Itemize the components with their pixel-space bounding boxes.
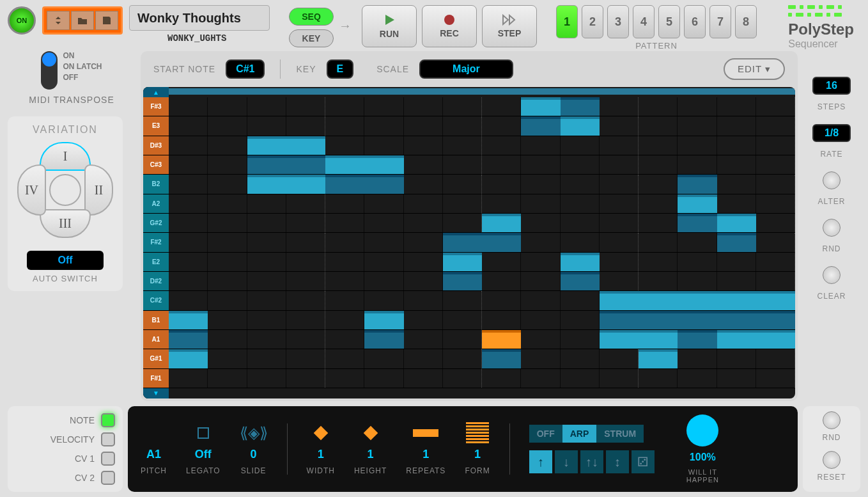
note-label-B1[interactable]: B1 (143, 311, 169, 330)
folder-icon[interactable] (71, 11, 94, 30)
grid-row[interactable] (169, 349, 795, 368)
cv2-view-led[interactable] (101, 471, 115, 485)
seq-mode-button[interactable]: SEQ (289, 8, 334, 26)
note[interactable] (717, 311, 796, 329)
pattern-4-button[interactable]: 4 (633, 5, 655, 38)
note-label-D#2[interactable]: D#2 (143, 272, 169, 291)
rate-value[interactable]: 1/8 (812, 124, 851, 142)
note[interactable] (169, 311, 208, 329)
grid-row[interactable] (169, 116, 795, 136)
scale-value[interactable]: Major (419, 59, 513, 79)
cv1-view-led[interactable] (101, 452, 115, 466)
bottom-rnd-button[interactable] (823, 411, 841, 429)
pattern-6-button[interactable]: 6 (684, 5, 706, 38)
note[interactable] (521, 97, 560, 116)
repeats-value[interactable]: 1 (422, 448, 429, 461)
note[interactable] (600, 311, 717, 329)
note-label-C#3[interactable]: C#3 (143, 155, 169, 175)
pattern-3-button[interactable]: 3 (607, 5, 629, 38)
note[interactable] (325, 175, 404, 193)
note-label-E2[interactable]: E2 (143, 253, 169, 272)
note[interactable] (482, 233, 521, 251)
note-label-G#1[interactable]: G#1 (143, 349, 169, 368)
arp-tab[interactable]: ARP (562, 425, 597, 443)
pattern-5-button[interactable]: 5 (658, 5, 680, 38)
note[interactable] (639, 349, 678, 368)
note[interactable] (364, 311, 403, 329)
note[interactable] (247, 136, 326, 155)
grid-row[interactable] (169, 194, 795, 214)
steps-value[interactable]: 16 (812, 77, 851, 95)
edit-button[interactable]: EDIT ▾ (724, 58, 785, 80)
width-value[interactable]: 1 (318, 448, 324, 461)
strum-tab[interactable]: STRUM (596, 425, 644, 443)
note[interactable] (169, 349, 208, 368)
grid-row[interactable] (169, 233, 795, 252)
note-label-C#2[interactable]: C#2 (143, 291, 169, 310)
note[interactable] (482, 214, 521, 232)
save-icon[interactable] (95, 11, 118, 30)
note[interactable] (247, 175, 326, 193)
variation-2[interactable]: II (84, 164, 113, 216)
reset-button[interactable] (823, 451, 841, 469)
height-value[interactable]: 1 (368, 448, 374, 461)
grid-row[interactable] (169, 369, 795, 388)
note[interactable] (717, 291, 796, 310)
note-label-A1[interactable]: A1 (143, 330, 169, 349)
note[interactable] (325, 155, 404, 174)
grid-row[interactable] (169, 155, 795, 175)
arp-random-button[interactable]: ⚂ (632, 450, 655, 473)
alter-button[interactable] (823, 171, 841, 189)
pattern-1-button[interactable]: 1 (556, 5, 578, 38)
rnd-button[interactable] (823, 219, 841, 237)
grid-row[interactable] (169, 97, 795, 116)
grid-row[interactable] (169, 311, 795, 330)
slide-value[interactable]: 0 (251, 448, 257, 461)
note[interactable] (482, 349, 521, 368)
variation-4[interactable]: IV (17, 164, 46, 216)
velocity-view-led[interactable] (101, 432, 115, 446)
note[interactable] (678, 175, 717, 193)
grid-row[interactable] (169, 175, 795, 194)
note[interactable] (717, 233, 756, 251)
note[interactable] (600, 330, 678, 349)
note-label-B2[interactable]: B2 (143, 175, 169, 194)
note-label-A2[interactable]: A2 (143, 194, 169, 214)
note[interactable] (443, 253, 482, 271)
note[interactable] (443, 233, 482, 251)
off-tab[interactable]: OFF (529, 425, 562, 443)
legato-value[interactable]: Off (195, 448, 212, 461)
note[interactable] (169, 330, 208, 349)
pattern-2-button[interactable]: 2 (582, 5, 603, 38)
run-button[interactable]: RUN (362, 5, 417, 47)
scroll-up-icon[interactable]: ▲ (143, 87, 169, 97)
note[interactable] (717, 330, 796, 349)
note[interactable] (678, 330, 717, 349)
note-label-D#3[interactable]: D#3 (143, 136, 169, 155)
arp-down-button[interactable]: ↓ (555, 450, 578, 473)
rec-button[interactable]: REC (422, 5, 477, 47)
patch-name[interactable]: Wonky Thoughts (129, 5, 270, 31)
note-view-led[interactable] (101, 413, 115, 427)
note-label-F#3[interactable]: F#3 (143, 97, 169, 116)
note[interactable] (561, 253, 600, 271)
variation-1[interactable]: I (40, 142, 91, 171)
note-label-F#1[interactable]: F#1 (143, 369, 169, 388)
note[interactable] (364, 330, 403, 349)
pattern-8-button[interactable]: 8 (735, 5, 757, 38)
note[interactable] (561, 116, 600, 135)
grid-row[interactable] (169, 214, 795, 233)
note[interactable] (247, 155, 326, 174)
scroll-down-icon[interactable]: ▼ (143, 388, 169, 398)
note[interactable] (717, 214, 756, 232)
key-mode-button[interactable]: KEY (289, 29, 334, 47)
clear-button[interactable] (823, 266, 841, 284)
grid-row[interactable] (169, 253, 795, 272)
note-label-G#2[interactable]: G#2 (143, 214, 169, 233)
grid-row[interactable] (169, 330, 795, 349)
auto-switch-value[interactable]: Off (27, 251, 104, 270)
updown-icon[interactable] (47, 11, 70, 30)
pattern-7-button[interactable]: 7 (709, 5, 731, 38)
form-value[interactable]: 1 (474, 448, 481, 461)
arp-updown-button[interactable]: ↑↓ (580, 450, 603, 473)
